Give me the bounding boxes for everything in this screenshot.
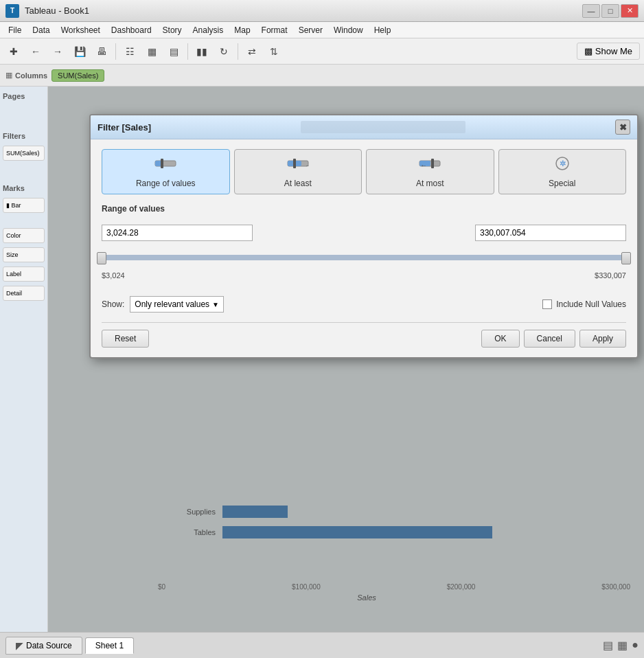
columns-sum-sales-pill[interactable]: SUM(Sales) — [51, 69, 104, 82]
tab-range-of-values[interactable]: Range of values — [102, 149, 230, 194]
include-null-label: Include Null Values — [556, 299, 626, 309]
slider-fill — [102, 255, 626, 260]
special-icon: ✲ — [551, 155, 573, 174]
sidebar: Pages Filters SUM(Sales) Marks ▮ Bar Col… — [0, 87, 48, 632]
menu-story[interactable]: Story — [157, 24, 187, 36]
menu-worksheet[interactable]: Worksheet — [56, 24, 106, 36]
content-wrapper: Pages Filters SUM(Sales) Marks ▮ Bar Col… — [0, 87, 644, 632]
marks-label: Marks — [3, 183, 45, 194]
show-selected-value: Only relevant values — [135, 299, 209, 309]
back-button[interactable]: ← — [26, 42, 45, 61]
sidebar-detail[interactable]: Detail — [3, 286, 45, 301]
slider-thumb-left[interactable] — [97, 252, 106, 264]
slider-thumb-right[interactable] — [621, 252, 631, 264]
filter-item-sales[interactable]: SUM(Sales) — [3, 146, 45, 161]
menu-format[interactable]: Format — [256, 24, 293, 36]
menu-server[interactable]: Server — [293, 24, 328, 36]
tab-range-label: Range of values — [136, 179, 196, 188]
show-select-group: Show: Only relevant values ▼ — [102, 296, 224, 313]
new-dashboard-icon[interactable]: ▦ — [617, 639, 628, 652]
svg-text:→: → — [305, 161, 309, 169]
close-button[interactable]: ✕ — [621, 4, 639, 18]
menu-bar: File Data Worksheet Dashboard Story Anal… — [0, 22, 644, 38]
refresh-button[interactable]: ↻ — [214, 42, 233, 61]
sidebar-size[interactable]: Size — [3, 247, 45, 262]
maximize-button[interactable]: □ — [601, 4, 619, 18]
minimize-button[interactable]: — — [582, 4, 600, 18]
data-source-icon: ◤ — [16, 640, 23, 651]
new-workbook-button[interactable]: ✚ — [4, 42, 23, 61]
cancel-button[interactable]: Cancel — [524, 330, 575, 348]
action-buttons: OK Cancel Apply — [481, 330, 626, 348]
sidebar-color[interactable]: Color — [3, 228, 45, 243]
range-section-title: Range of values — [102, 204, 626, 214]
tab-at-most[interactable]: ← At most — [366, 149, 494, 194]
range-slider[interactable] — [102, 247, 626, 267]
filter-tabs: Range of values → At — [102, 149, 626, 194]
new-chart-button[interactable]: ☷ — [120, 42, 139, 61]
menu-window[interactable]: Window — [328, 24, 369, 36]
pause-button[interactable]: ▮▮ — [192, 42, 211, 61]
dialog-body: Range of values → At — [91, 139, 637, 357]
save-button[interactable]: 💾 — [70, 42, 89, 61]
filter-dialog: Filter [Sales] ✖ — [89, 114, 639, 359]
sidebar-label-item[interactable]: Label — [3, 266, 45, 282]
svg-rect-10 — [431, 159, 434, 168]
menu-map[interactable]: Map — [229, 24, 255, 36]
slider-min-label: $3,024 — [102, 271, 125, 280]
toolbar: ✚ ← → 💾 🖶 ☷ ▦ ▤ ▮▮ ↻ ⇄ ⇅ ▩ Show Me — [0, 38, 644, 65]
tab-data-source[interactable]: ◤ Data Source — [5, 637, 82, 655]
show-dropdown[interactable]: Only relevant values ▼ — [130, 296, 224, 313]
ok-button[interactable]: OK — [481, 330, 519, 348]
chart-type-button[interactable]: ▦ — [142, 42, 161, 61]
columns-label: Columns — [15, 71, 47, 80]
range-inputs — [102, 225, 626, 241]
svg-rect-2 — [161, 159, 163, 168]
pages-label: Pages — [3, 91, 45, 102]
marks-type-bar[interactable]: ▮ Bar — [3, 198, 45, 213]
range-max-input[interactable] — [475, 225, 626, 241]
dialog-title: Filter [Sales] — [97, 122, 151, 133]
forward-button[interactable]: → — [48, 42, 67, 61]
bottom-bar: ◤ Data Source Sheet 1 ▤ ▦ ● — [0, 632, 644, 658]
new-story-icon[interactable]: ● — [632, 639, 639, 652]
menu-file[interactable]: File — [3, 24, 27, 36]
swap-button[interactable]: ⇄ — [242, 42, 262, 61]
menu-data[interactable]: Data — [27, 24, 55, 36]
tab-atmost-label: At most — [416, 179, 444, 188]
sheet-1-label: Sheet 1 — [95, 641, 124, 650]
toolbar-separator-1 — [115, 43, 116, 60]
title-bar: T Tableau - Book1 — □ ✕ — [0, 0, 644, 22]
new-sheet-icon[interactable]: ▤ — [603, 639, 613, 652]
chart-options-button[interactable]: ▤ — [164, 42, 183, 61]
toolbar-separator-3 — [238, 43, 238, 60]
range-min-input[interactable] — [102, 225, 253, 241]
sort-button[interactable]: ⇅ — [264, 42, 284, 61]
data-source-label: Data Source — [26, 641, 72, 650]
dropdown-arrow-icon: ▼ — [212, 301, 219, 308]
tab-special[interactable]: ✲ Special — [498, 149, 627, 194]
dialog-title-blur — [301, 121, 465, 133]
apply-button[interactable]: Apply — [579, 330, 626, 348]
svg-text:✲: ✲ — [560, 159, 566, 168]
columns-shelf: ▦ Columns SUM(Sales) — [0, 65, 644, 87]
range-icon — [154, 155, 176, 174]
print-button[interactable]: 🖶 — [92, 42, 111, 61]
svg-text:←: ← — [420, 161, 427, 169]
menu-dashboard[interactable]: Dashboard — [106, 24, 157, 36]
menu-help[interactable]: Help — [369, 24, 397, 36]
main-area: ▦ Columns SUM(Sales) Pages Filters SUM(S… — [0, 65, 644, 632]
show-label: Show: — [102, 299, 124, 309]
reset-button[interactable]: Reset — [102, 330, 149, 348]
tab-special-label: Special — [549, 179, 575, 188]
slider-max-label: $330,007 — [595, 271, 626, 280]
dialog-title-bar: Filter [Sales] ✖ — [91, 115, 637, 139]
null-values-group: Include Null Values — [542, 299, 626, 309]
tab-at-least[interactable]: → At least — [234, 149, 363, 194]
atleast-icon: → — [287, 155, 309, 174]
dialog-close-button[interactable]: ✖ — [615, 120, 630, 135]
show-me-button[interactable]: ▩ Show Me — [577, 43, 640, 60]
menu-analysis[interactable]: Analysis — [187, 24, 229, 36]
tab-sheet-1[interactable]: Sheet 1 — [85, 637, 134, 654]
include-null-checkbox[interactable] — [542, 299, 552, 309]
